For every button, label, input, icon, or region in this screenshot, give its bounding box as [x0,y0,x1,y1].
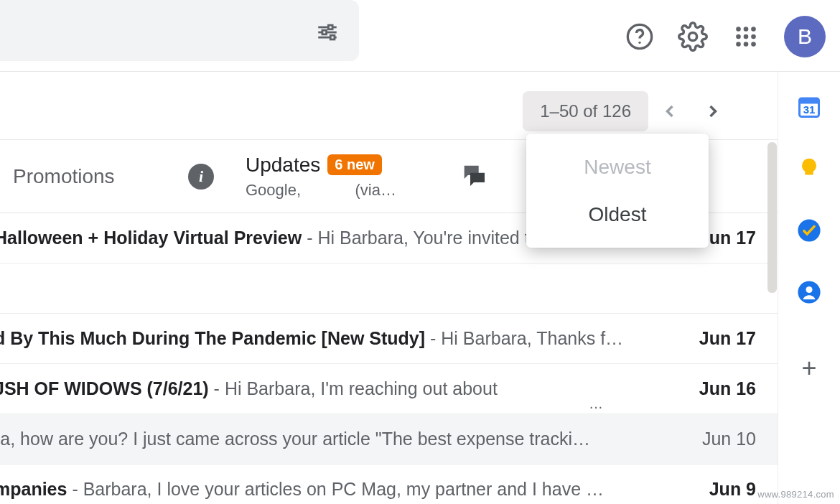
message-date: Jun 16 [690,378,756,399]
side-panel: 31 + [778,72,840,504]
pager-prev-icon[interactable] [648,90,691,133]
svg-rect-4 [322,30,327,34]
message-row[interactable]: JSH OF WIDOWS (7/6/21) - Hi Barbara, I'm… [0,364,778,414]
message-date: Jun 9 [690,479,756,500]
svg-point-10 [744,27,749,32]
pager-range-button[interactable]: 1–50 of 126 [523,91,648,131]
calendar-icon[interactable]: 31 [795,93,823,121]
svg-rect-5 [330,35,335,39]
svg-point-16 [744,42,749,47]
account-avatar[interactable]: B [784,16,826,57]
message-date: Jun 17 [690,328,756,349]
message-row[interactable]: mpanies - Barbara, I love your articles … [0,465,778,504]
svg-point-13 [744,34,749,39]
apps-grid-icon[interactable] [728,19,764,55]
message-row[interactable]: d By This Much During The Pandemic [New … [0,314,778,364]
tab-label: Promotions [13,165,115,188]
pager: 1–50 of 126 [523,90,734,133]
svg-text:31: 31 [803,103,816,116]
keep-icon[interactable] [795,155,823,182]
settings-gear-icon[interactable] [675,19,711,55]
message-text: ra, how are you? I just came across your… [0,429,673,449]
svg-point-17 [751,42,756,47]
message-list: Halloween + Holiday Virtual Preview - Hi… [0,213,778,504]
contacts-icon[interactable] [795,279,823,306]
search-bar[interactable] [0,0,359,61]
svg-point-8 [689,32,696,40]
message-text: d By This Much During The Pandemic [New … [0,328,673,349]
svg-rect-3 [328,25,332,29]
header-icons: B [622,16,826,57]
help-icon[interactable] [622,19,658,55]
tab-subtext: (via… [355,181,396,200]
sort-dropdown: Newest Oldest [526,134,709,248]
info-icon[interactable]: i [188,164,214,190]
header-bar: B [0,0,840,72]
svg-point-11 [751,27,756,32]
svg-point-15 [736,42,741,47]
tab-updates[interactable]: Updates 6 new Google, (via… [246,154,403,200]
message-date: Jun 10 [690,429,756,449]
svg-point-9 [736,27,741,32]
tab-label: Updates [246,154,320,177]
message-text: JSH OF WIDOWS (7/6/21) - Hi Barbara, I'm… [0,378,673,399]
message-text: mpanies - Barbara, I love your articles … [0,479,673,500]
svg-point-24 [806,286,812,293]
scrollbar-thumb[interactable] [767,142,777,293]
svg-rect-21 [806,176,813,178]
list-toolbar: 1–50 of 126 [0,72,778,140]
svg-point-14 [751,34,756,39]
svg-point-7 [638,42,640,44]
forums-icon [459,161,488,192]
new-badge: 6 new [327,154,382,175]
tab-subtext: Google, [246,181,301,200]
sort-option-oldest[interactable]: Oldest [526,191,709,238]
tasks-icon[interactable] [795,217,823,244]
pager-next-icon[interactable] [691,90,734,133]
watermark: www.989214.com [757,489,834,500]
tab-promotions[interactable]: Promotions [13,165,171,188]
sort-option-newest: Newest [526,144,709,191]
ellipsis-icon: … [589,396,605,412]
svg-point-12 [736,34,741,39]
search-options-icon[interactable] [313,18,342,47]
message-row[interactable]: ra, how are you? I just came across your… [0,414,778,465]
add-addon-icon[interactable]: + [795,355,823,382]
